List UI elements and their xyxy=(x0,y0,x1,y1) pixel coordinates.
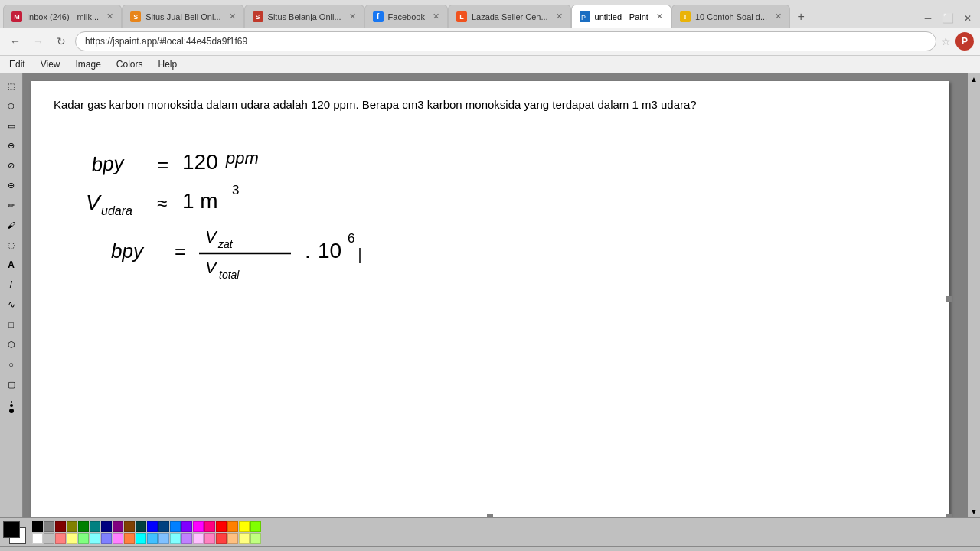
brush-size-3[interactable] xyxy=(9,409,14,413)
swatch-dark-green[interactable] xyxy=(78,521,89,532)
menu-colors[interactable]: Colors xyxy=(113,57,146,71)
swatch-light-orange[interactable] xyxy=(124,533,135,544)
tab-soal[interactable]: ! 10 Contoh Soal d... ✕ xyxy=(671,5,790,28)
svg-text:bpy: bpy xyxy=(111,240,145,262)
swatch-brown[interactable] xyxy=(124,521,135,532)
canvas-resize-handle-b[interactable] xyxy=(487,514,493,517)
tool-select-free[interactable]: ⬡ xyxy=(2,96,21,115)
swatch-blue[interactable] xyxy=(147,521,158,532)
canvas-scroll-area[interactable]: Kadar gas karbon monoksida dalam udara a… xyxy=(23,73,968,517)
tab-paint[interactable]: P untitled - Paint ✕ xyxy=(571,5,671,28)
tab-facebook[interactable]: f Facebook ✕ xyxy=(364,5,448,28)
swatch-light-yellow[interactable] xyxy=(67,533,77,544)
canvas[interactable]: Kadar gas karbon monoksida dalam udara a… xyxy=(31,81,949,517)
tab-inbox[interactable]: M Inbox (246) - milk... ✕ xyxy=(3,5,122,28)
swatch-yellow[interactable] xyxy=(239,521,250,532)
brush-size-1[interactable] xyxy=(11,401,12,403)
swatch-salmon[interactable] xyxy=(216,533,227,544)
swatch-dark-teal2[interactable] xyxy=(136,521,146,532)
reload-button[interactable]: ↻ xyxy=(52,32,70,51)
swatch-black[interactable] xyxy=(32,521,43,532)
menu-edit[interactable]: Edit xyxy=(6,57,28,71)
tool-fill[interactable]: ⊕ xyxy=(2,136,21,155)
swatch-sky-blue[interactable] xyxy=(170,521,181,532)
tool-line[interactable]: / xyxy=(2,276,21,294)
tab-situs2[interactable]: S Situs Belanja Onli... ✕ xyxy=(244,5,364,28)
swatch-magenta[interactable] xyxy=(193,521,204,532)
swatch-light-green[interactable] xyxy=(78,533,89,544)
scroll-down-arrow[interactable]: ▼ xyxy=(970,507,978,516)
swatch-cornflower[interactable] xyxy=(147,533,158,544)
menu-help[interactable]: Help xyxy=(155,57,181,71)
swatch-dark-gray[interactable] xyxy=(44,521,54,532)
tool-brush[interactable]: 🖌 xyxy=(2,216,21,234)
tool-rounded-rect[interactable]: ▢ xyxy=(2,375,21,393)
swatch-navy-light[interactable] xyxy=(158,521,169,532)
swatch-lavender[interactable] xyxy=(181,533,192,544)
tab-close-facebook[interactable]: ✕ xyxy=(433,11,439,21)
canvas-resize-handle-r[interactable] xyxy=(946,296,952,302)
bookmark-star-icon[interactable]: ☆ xyxy=(941,35,951,47)
tab-close-soal[interactable]: ✕ xyxy=(775,11,782,21)
tab-close-paint[interactable]: ✕ xyxy=(656,11,663,21)
tool-polygon[interactable]: ⬡ xyxy=(2,335,21,354)
tool-ellipse[interactable]: ○ xyxy=(2,355,21,373)
swatch-pale-cyan[interactable] xyxy=(170,533,181,544)
swatch-pale-pink[interactable] xyxy=(193,533,204,544)
tool-eraser[interactable]: ▭ xyxy=(2,116,21,135)
swatch-light-pink[interactable] xyxy=(113,533,123,544)
back-button[interactable]: ← xyxy=(6,32,24,51)
address-box[interactable]: https://jspaint.app/#local:44e45da9f1f69 xyxy=(75,31,936,51)
tab-close-situs2[interactable]: ✕ xyxy=(349,11,356,21)
swatch-light-cyan[interactable] xyxy=(90,533,100,544)
scroll-up-arrow[interactable]: ▲ xyxy=(970,75,978,83)
tab-close-situs1[interactable]: ✕ xyxy=(229,11,236,21)
new-tab-button[interactable]: + xyxy=(790,6,812,28)
tool-pencil[interactable]: ✏ xyxy=(2,196,21,214)
swatch-rose[interactable] xyxy=(204,533,215,544)
swatch-lime[interactable] xyxy=(250,521,261,532)
minimize-button[interactable]: ─ xyxy=(919,9,937,28)
swatch-pale-lime[interactable] xyxy=(250,533,261,544)
tool-curve[interactable]: ∿ xyxy=(2,295,21,314)
swatch-orange[interactable] xyxy=(227,521,238,532)
swatch-dark-blue[interactable] xyxy=(101,521,112,532)
forward-button[interactable]: → xyxy=(29,32,47,51)
tab-lazada[interactable]: L Lazada Seller Cen... ✕ xyxy=(448,5,571,28)
tool-rect[interactable]: □ xyxy=(2,315,21,334)
tab-situs1[interactable]: S Situs Jual Beli Onl... ✕ xyxy=(122,5,243,28)
swatch-olive[interactable] xyxy=(67,521,77,532)
swatch-dark-red[interactable] xyxy=(55,521,66,532)
tool-airbrush[interactable]: ◌ xyxy=(2,236,21,254)
swatch-red[interactable] xyxy=(216,521,227,532)
swatch-light-red[interactable] xyxy=(55,533,66,544)
swatch-light-gray[interactable] xyxy=(44,533,54,544)
swatch-light-blue[interactable] xyxy=(101,533,112,544)
tool-text[interactable]: A xyxy=(2,256,21,274)
menu-view[interactable]: View xyxy=(38,57,64,71)
canvas-resize-handle-br[interactable] xyxy=(946,514,952,517)
swatch-peach[interactable] xyxy=(227,533,238,544)
brush-size-2[interactable] xyxy=(10,404,13,407)
svg-text:zat: zat xyxy=(217,238,234,250)
swatch-cyan[interactable] xyxy=(136,533,146,544)
tool-zoom[interactable]: ⊕ xyxy=(2,176,21,194)
close-window-button[interactable]: ✕ xyxy=(959,9,977,28)
right-scrollbar[interactable]: ▲ ▼ xyxy=(968,73,980,517)
tab-close-lazada[interactable]: ✕ xyxy=(556,11,563,21)
swatch-violet[interactable] xyxy=(181,521,192,532)
profile-button[interactable]: P xyxy=(956,32,974,51)
swatch-purple[interactable] xyxy=(113,521,123,532)
swatch-white[interactable] xyxy=(32,533,43,544)
tab-favicon-inbox: M xyxy=(11,11,22,22)
tab-close-inbox[interactable]: ✕ xyxy=(106,11,113,21)
tool-select-rect[interactable]: ⬚ xyxy=(2,77,21,95)
swatch-hot-pink[interactable] xyxy=(204,521,215,532)
swatch-teal[interactable] xyxy=(90,521,100,532)
foreground-color-box[interactable] xyxy=(3,521,20,538)
maximize-button[interactable]: ⬜ xyxy=(939,9,957,28)
swatch-powder-blue[interactable] xyxy=(158,533,169,544)
tool-eyedropper[interactable]: ⊘ xyxy=(2,156,21,174)
swatch-pale-yellow[interactable] xyxy=(239,533,250,544)
menu-image[interactable]: Image xyxy=(72,57,103,71)
